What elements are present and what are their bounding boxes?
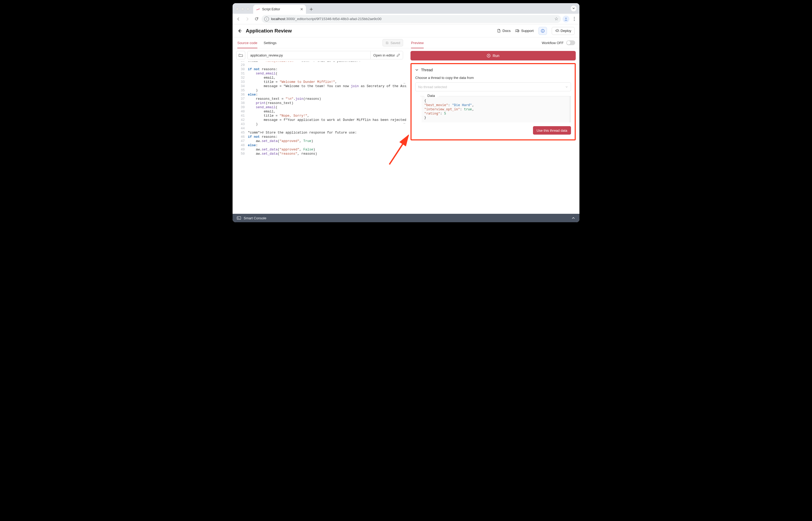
use-thread-data-button[interactable]: Use this thread data [533, 126, 571, 135]
svg-point-0 [565, 17, 567, 19]
file-row: application_review.py Open in editor [232, 48, 407, 62]
thread-panel-highlight: Thread Choose a thread to copy the data … [410, 63, 576, 140]
svg-rect-6 [237, 217, 241, 220]
docs-link[interactable]: Docs [497, 29, 511, 33]
tab-title: Script Editor [262, 7, 280, 11]
tab-source-code[interactable]: Source code [237, 38, 257, 48]
browser-tab-active[interactable]: Script Editor ✕ [253, 5, 306, 14]
tab-dropdown-icon[interactable] [570, 5, 577, 12]
info-button[interactable] [539, 27, 547, 35]
bookmark-star-icon[interactable]: ☆ [554, 16, 558, 22]
sub-tabs-row: Source code Settings Saved Preview Workf… [232, 38, 580, 48]
svg-rect-3 [542, 30, 543, 32]
profile-avatar-icon[interactable] [563, 16, 569, 22]
footer-label: Smart Console [244, 216, 266, 220]
folder-button[interactable] [236, 51, 245, 60]
workflow-toggle[interactable] [566, 40, 575, 45]
code-editor[interactable]: 2829303132333435363738394041424344454647… [232, 62, 407, 214]
main-split: application_review.py Open in editor 282… [232, 48, 580, 214]
browser-menu-icon[interactable] [571, 17, 577, 21]
folder-icon [239, 53, 243, 57]
app-header: Application Review Docs Support Deploy [232, 24, 580, 38]
code-fold-icon[interactable]: — [403, 121, 405, 126]
nav-forward-icon[interactable] [244, 15, 251, 23]
code-fold-icon[interactable]: — [403, 81, 405, 85]
save-icon [385, 41, 389, 45]
page-title: Application Review [246, 28, 292, 34]
data-legend: Data [425, 94, 437, 98]
chat-icon [515, 29, 520, 33]
pencil-icon [397, 53, 400, 57]
saved-indicator: Saved [383, 39, 403, 46]
tab-close-icon[interactable]: ✕ [300, 7, 303, 12]
play-icon [487, 54, 491, 58]
thread-select[interactable]: No thread selected [415, 82, 571, 91]
svg-point-2 [542, 30, 543, 30]
data-fieldset: Data { "best_movie": "Die Hard", "interv… [422, 96, 571, 122]
workflow-toggle-label: Workflow OFF [542, 40, 575, 45]
support-link[interactable]: Support [515, 29, 534, 33]
tab-favicon [256, 7, 260, 12]
app-back-icon[interactable] [237, 28, 242, 33]
new-tab-button[interactable] [308, 5, 315, 13]
code-lines: email = "name@email.com" "comm"># this i… [248, 62, 407, 156]
nav-reload-icon[interactable] [253, 15, 260, 23]
file-path-box: application_review.py Open in editor [247, 51, 403, 60]
chevron-down-icon [565, 86, 568, 88]
left-pane: application_review.py Open in editor 282… [232, 48, 407, 214]
run-button[interactable]: Run [410, 51, 576, 61]
traffic-zoom[interactable] [246, 7, 249, 10]
chevron-up-icon[interactable] [571, 216, 575, 220]
url-text: localhost:3000/_editor/script/9f715346-f… [271, 17, 381, 21]
tab-settings[interactable]: Settings [264, 38, 277, 48]
site-info-icon[interactable]: i [264, 17, 269, 21]
file-name[interactable]: application_review.py [248, 53, 370, 57]
thread-header[interactable]: Thread [415, 68, 571, 72]
right-pane: Run Thread Choose a thread to copy the d… [407, 48, 580, 214]
browser-toolbar: i localhost:3000/_editor/script/9f715346… [232, 14, 580, 24]
chevron-down-icon [415, 68, 419, 71]
footer-console[interactable]: Smart Console [232, 214, 580, 222]
info-icon [541, 29, 545, 33]
browser-window: Script Editor ✕ i localhost:3000/_editor… [232, 3, 580, 222]
thread-instruction: Choose a thread to copy the data from [415, 76, 571, 80]
nav-back-icon[interactable] [235, 15, 242, 23]
deploy-button[interactable]: Deploy [552, 27, 575, 35]
traffic-minimize[interactable] [241, 7, 244, 10]
tab-preview[interactable]: Preview [411, 38, 424, 48]
url-input[interactable]: i localhost:3000/_editor/script/9f715346… [262, 15, 561, 23]
open-in-editor-button[interactable]: Open in editor [370, 51, 403, 59]
line-gutter: 2829303132333435363738394041424344454647… [232, 62, 247, 156]
terminal-icon [237, 216, 241, 220]
browser-tabbar: Script Editor ✕ [232, 3, 580, 14]
traffic-close[interactable] [236, 7, 239, 10]
cloud-upload-icon [555, 29, 559, 33]
thread-data-json: { "best_movie": "Die Hard", "interview_o… [422, 96, 571, 122]
file-icon [497, 29, 501, 33]
traffic-lights [236, 7, 249, 10]
